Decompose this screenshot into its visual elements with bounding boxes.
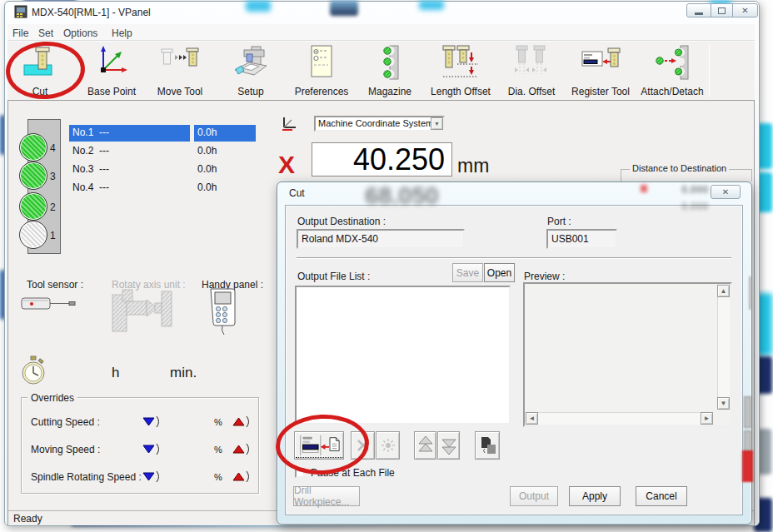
- setup-icon: [232, 44, 270, 81]
- sun-icon: [381, 438, 396, 453]
- toolbar-dia-offset-label: Dia. Offset: [500, 86, 563, 97]
- dropdown-arrow-button[interactable]: ▼: [431, 117, 443, 130]
- coordinate-system-select[interactable]: Machine Coordinate System ▼: [314, 116, 445, 132]
- dialog-close-icon: ✕: [722, 187, 729, 196]
- register-tool-icon: [581, 44, 621, 81]
- apply-button[interactable]: Apply: [569, 486, 621, 506]
- toolbar-setup[interactable]: Setup: [218, 44, 283, 97]
- dia-offset-icon: [512, 44, 551, 81]
- magazine-slot-num: 3: [50, 171, 56, 182]
- port-field[interactable]: USB001: [546, 229, 617, 249]
- double-down-icon: [441, 435, 457, 455]
- override-unit: %: [214, 472, 222, 482]
- delete-icon: [357, 439, 370, 452]
- menu-file[interactable]: File: [12, 27, 28, 39]
- preview-scroll-down-button[interactable]: ▼: [717, 397, 730, 410]
- output-file-list[interactable]: [295, 286, 511, 425]
- double-up-icon: [417, 435, 434, 455]
- axis-x-label: X: [278, 151, 295, 179]
- minimize-button[interactable]: [686, 3, 711, 17]
- menu-options[interactable]: Options: [63, 27, 97, 39]
- override-up-button[interactable]: [230, 441, 252, 458]
- coordinate-system-icon: [281, 116, 299, 132]
- preview-light-button[interactable]: [376, 431, 400, 460]
- override-label: Spindle Rotating Speed :: [31, 471, 142, 483]
- stacked-documents-icon: [477, 435, 497, 455]
- save-button[interactable]: Save: [452, 263, 483, 282]
- open-button[interactable]: Open: [484, 263, 515, 282]
- output-button[interactable]: Output: [510, 486, 558, 506]
- pause-checkbox[interactable]: [295, 468, 305, 478]
- toolbar-cut-label: Cut: [5, 86, 75, 97]
- menu-set[interactable]: Set: [38, 27, 53, 39]
- output-destination-field[interactable]: Roland MDX-540: [297, 229, 465, 249]
- toolbar-attach-detach[interactable]: Attach/Detach: [636, 44, 708, 97]
- cancel-button[interactable]: Cancel: [636, 486, 687, 506]
- preferences-icon: [303, 44, 340, 81]
- toolbar-setup-label: Setup: [218, 86, 283, 97]
- move-down-button[interactable]: [437, 431, 460, 460]
- minimize-icon: [695, 12, 703, 15]
- maximize-icon: [718, 7, 726, 14]
- toolbar-attach-detach-label: Attach/Detach: [636, 86, 708, 97]
- timer-minutes-unit: min.: [170, 365, 197, 381]
- x-coordinate-display: 40.250: [312, 142, 452, 177]
- preview-label: Preview :: [524, 271, 565, 282]
- magazine-led-1: [19, 221, 47, 249]
- tool-sensor-icon: [20, 293, 77, 315]
- timer-hours-unit: h: [112, 365, 119, 381]
- override-down-button[interactable]: [140, 441, 162, 458]
- toolbar-preferences[interactable]: Preferences: [285, 44, 358, 97]
- coordinate-system-value: Machine Coordinate System: [318, 118, 433, 128]
- x-coordinate-unit: mm: [457, 155, 489, 177]
- chevron-down-icon: ▼: [434, 121, 440, 127]
- status-text: Ready: [13, 513, 42, 525]
- toolbar-length-offset[interactable]: Length Offset: [423, 44, 498, 97]
- hidden-slider-bar: [744, 430, 751, 452]
- tool-list-row[interactable]: No.2 --- 0.0h: [69, 143, 256, 160]
- magazine-led-2: [19, 192, 47, 221]
- override-down-button[interactable]: [140, 414, 162, 430]
- preview-hscrollbar[interactable]: [538, 412, 701, 425]
- override-unit: %: [214, 445, 222, 455]
- override-down-button[interactable]: [140, 469, 162, 485]
- add-file-button[interactable]: [294, 431, 344, 460]
- preview-scroll-left-button[interactable]: ◄: [526, 412, 538, 425]
- drill-workpiece-button[interactable]: Drill Workpiece...: [293, 486, 360, 506]
- toolbar-base-point[interactable]: Base Point: [77, 44, 147, 97]
- attach-detach-icon: [654, 44, 691, 81]
- menu-help[interactable]: Help: [112, 27, 132, 39]
- output-order-button[interactable]: [475, 431, 500, 460]
- toolbar-move-tool[interactable]: Move Tool: [142, 44, 218, 97]
- toolbar-register-tool-label: Register Tool: [565, 86, 636, 97]
- toolbar-base-point-label: Base Point: [77, 86, 147, 97]
- tool-sensor-label: Tool sensor :: [27, 279, 83, 291]
- override-up-button[interactable]: [230, 469, 252, 485]
- toolbar-move-tool-label: Move Tool: [142, 86, 218, 97]
- overrides-title: Overrides: [27, 392, 77, 404]
- move-up-button[interactable]: [414, 431, 436, 460]
- dialog-close-button[interactable]: ✕: [711, 185, 741, 199]
- magazine-slot-num: 4: [50, 142, 56, 154]
- scroll-down-icon: ▼: [721, 400, 727, 407]
- port-label: Port :: [547, 216, 571, 227]
- toolbar-magazine[interactable]: Magazine: [358, 44, 421, 97]
- preview-vscrollbar[interactable]: [717, 297, 730, 397]
- tool-list-row[interactable]: No.1 --- 0.0h: [69, 125, 256, 142]
- delete-file-button[interactable]: [351, 431, 375, 460]
- override-up-button[interactable]: [230, 414, 252, 430]
- toolbar-length-offset-label: Length Offset: [423, 86, 498, 97]
- close-button[interactable]: ✕: [732, 3, 758, 17]
- toolbar-cut[interactable]: Cut: [5, 44, 75, 97]
- toolbar-dia-offset[interactable]: Dia. Offset: [500, 44, 563, 97]
- app-icon: [14, 5, 27, 18]
- preview-scroll-right-button[interactable]: ►: [701, 412, 713, 425]
- toolbar-register-tool[interactable]: Register Tool: [565, 44, 636, 97]
- preview-panel: ▲ ▼ ◄ ►: [523, 282, 732, 427]
- move-tool-icon: [160, 44, 200, 81]
- maximize-button[interactable]: [711, 3, 733, 17]
- preview-scroll-up-button[interactable]: ▲: [717, 285, 730, 297]
- tool-list-row[interactable]: No.4 --- 0.0h: [69, 180, 256, 196]
- distance-group-title: Distance to Destination: [630, 163, 729, 173]
- tool-list-row[interactable]: No.3 --- 0.0h: [69, 162, 256, 178]
